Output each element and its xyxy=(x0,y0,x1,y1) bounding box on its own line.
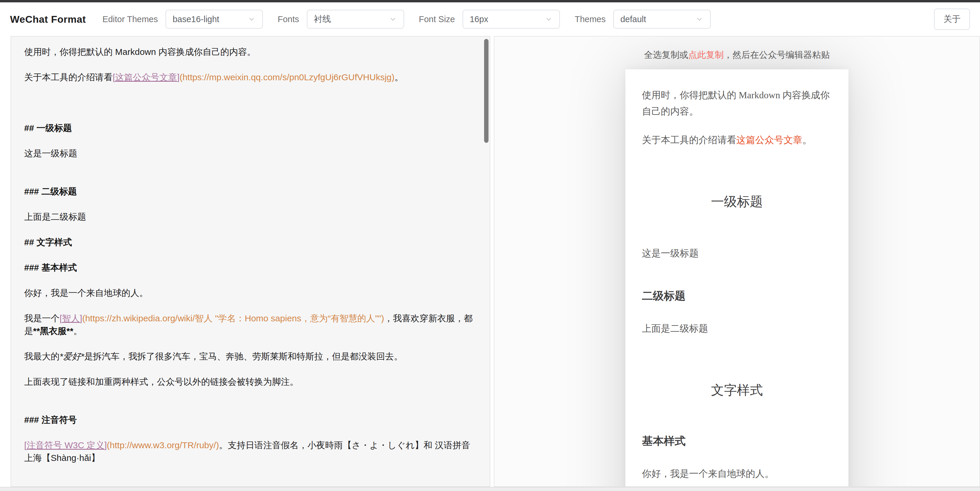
preview-text-segment: 关于本工具的介绍请看 xyxy=(642,135,736,145)
editor-text-segment: ， xyxy=(384,313,393,323)
editor-line xyxy=(24,96,477,109)
preview-paragraph: 这是一级标题 xyxy=(642,245,832,261)
editor-text-segment: ] xyxy=(105,440,107,450)
editor-text-segment: 使用时，你得把默认的 Markdown 内容换成你自己的内容。 xyxy=(24,47,256,57)
editor-text-segment: ## 文字样式 xyxy=(24,237,72,247)
editor-line xyxy=(24,159,477,172)
editor-line: 这是一级标题 xyxy=(24,147,477,159)
preview-pane: 全选复制或点此复制，然后在公众号编辑器粘贴 使用时，你得把默认的 Markdow… xyxy=(494,36,980,487)
editor-text-segment: *爱好* xyxy=(60,351,84,361)
preview-text-segment: 文字样式 xyxy=(711,383,763,397)
preview-card: 使用时，你得把默认的 Markdown 内容换成你自己的内容。关于本工具的介绍请… xyxy=(625,69,848,487)
editor-line xyxy=(24,249,477,261)
editor-text-segment: 关于本工具的介绍请看 xyxy=(24,72,113,82)
editor-line: ### 二级标题 xyxy=(24,185,477,198)
preview-text-segment: 上面是二级标题 xyxy=(642,323,708,334)
font-size-select[interactable]: 16px xyxy=(463,10,560,29)
preview-text-segment: 一级标题 xyxy=(711,194,763,209)
editor-line: ## 一级标题 xyxy=(24,121,477,134)
preview-paragraph: 上面是二级标题 xyxy=(642,320,832,337)
preview-paragraph: 使用时，你得把默认的 Markdown 内容换成你自己的内容。 xyxy=(642,87,832,120)
editor-link-text: 注音符号 W3C 定义 xyxy=(27,440,104,450)
editor-text-segment: 我最大的 xyxy=(24,351,60,361)
editor-link-text: 智人 xyxy=(62,313,80,323)
editor-line: 使用时，你得把默认的 Markdown 内容换成你自己的内容。 xyxy=(24,45,477,58)
editor-line xyxy=(24,299,477,312)
preview-text-segment: 。 xyxy=(802,135,812,145)
editor-text-segment: (https://mp.weixin.qq.com/s/pn0LzyfgUj6r… xyxy=(180,72,395,82)
editor-line xyxy=(24,426,477,439)
preview-heading: 基本样式 xyxy=(642,434,832,448)
editor-line xyxy=(24,274,477,287)
editor-line xyxy=(24,58,477,71)
editor-line xyxy=(24,83,477,96)
editor-line xyxy=(24,223,477,236)
copy-instructions-prefix: 全选复制或 xyxy=(644,50,688,60)
editor-text-segment: 是拆汽车，我拆了很多汽车，宝马、奔驰、劳斯莱斯和特斯拉，但是都没装回去。 xyxy=(84,351,402,361)
preview-link[interactable]: 这篇公众号文章 xyxy=(736,135,802,145)
preview-text-segment: 使用时，你得把默认的 Markdown 内容换成你自己的内容。 xyxy=(642,90,830,116)
editor-themes-label: Editor Themes xyxy=(102,14,158,24)
editor-line: 我最大的*爱好*是拆汽车，我拆了很多汽车，宝马、奔驰、劳斯莱斯和特斯拉，但是都没… xyxy=(24,350,477,363)
editor-text-segment: (http://www.w3.org/TR/ruby/) xyxy=(107,440,219,450)
editor-line xyxy=(24,172,477,185)
about-button[interactable]: 关于 xyxy=(934,8,970,30)
editor-text-segment: 。 xyxy=(73,326,82,336)
editor-line: 我是一个[智人](https://zh.wikipedia.org/wiki/智… xyxy=(24,312,477,337)
editor-line xyxy=(24,134,477,147)
theme-value: default xyxy=(620,14,646,24)
copy-instructions-suffix: ，然后在公众号编辑器粘贴 xyxy=(724,50,830,60)
editor-line: ### 注音符号 xyxy=(24,413,477,426)
editor-text-segment: 你好，我是一个来自地球的人。 xyxy=(24,288,148,298)
editor-text-segment: 我是一个 xyxy=(24,313,60,323)
horizontal-scrollbar[interactable] xyxy=(0,487,980,491)
font-value: 衬线 xyxy=(314,13,331,25)
editor-text-segment: ### 注音符号 xyxy=(24,415,77,425)
editor-line: ### 基本样式 xyxy=(24,261,477,274)
font-size-value: 16px xyxy=(469,14,488,24)
themes-label: Themes xyxy=(575,14,606,24)
editor-text-segment: ] xyxy=(177,72,179,82)
window-top-edge xyxy=(0,0,980,2)
toolbar: WeChat Format Editor Themes base16-light… xyxy=(0,2,980,36)
editor-line xyxy=(24,401,477,413)
font-select[interactable]: 衬线 xyxy=(307,10,404,29)
app-title: WeChat Format xyxy=(10,14,86,25)
pane-divider xyxy=(490,36,494,487)
editor-scrollbar-thumb[interactable] xyxy=(484,39,488,143)
preview-text-segment: 这是一级标题 xyxy=(642,248,698,258)
editor-link-text: 这篇公众号文章 xyxy=(115,72,177,82)
editor-theme-value: base16-light xyxy=(173,14,219,24)
theme-select[interactable]: default xyxy=(613,10,711,29)
editor-line: 关于本工具的介绍请看[这篇公众号文章](https://mp.weixin.qq… xyxy=(24,71,477,83)
preview-paragraph: 关于本工具的介绍请看这篇公众号文章。 xyxy=(642,132,832,148)
preview-text-segment: 基本样式 xyxy=(642,435,686,447)
fonts-label: Fonts xyxy=(278,14,299,24)
copy-link[interactable]: 点此复制 xyxy=(688,50,724,60)
editor-text-segment: (https://zh.wikipedia.org/wiki/智人 "学名：Ho… xyxy=(82,313,384,323)
chevron-down-icon xyxy=(695,15,703,23)
markdown-editor[interactable]: 使用时，你得把默认的 Markdown 内容换成你自己的内容。 关于本工具的介绍… xyxy=(11,36,490,487)
chevron-down-icon xyxy=(248,15,256,23)
editor-line: [注音符号 W3C 定义](http://www.w3.org/TR/ruby/… xyxy=(24,439,477,464)
chevron-down-icon xyxy=(544,15,553,23)
editor-theme-select[interactable]: base16-light xyxy=(165,10,263,29)
editor-text-segment: ### 二级标题 xyxy=(24,187,77,196)
preview-heading: 文字样式 xyxy=(642,381,832,399)
preview-heading: 一级标题 xyxy=(642,193,832,210)
editor-text-segment: ] xyxy=(80,313,82,323)
editor-line: 上面表现了链接和加重两种样式，公众号以外的链接会被转换为脚注。 xyxy=(24,375,477,388)
preview-heading: 二级标题 xyxy=(642,289,832,303)
preview-paragraph: 你好，我是一个来自地球的人。 xyxy=(642,465,832,482)
editor-text-segment: **黑衣服** xyxy=(33,326,73,336)
editor-text-segment: 。 xyxy=(395,72,403,82)
editor-line xyxy=(24,388,477,401)
editor-line xyxy=(24,198,477,210)
preview-text-segment: 二级标题 xyxy=(642,290,686,302)
editor-content: 使用时，你得把默认的 Markdown 内容换成你自己的内容。 关于本工具的介绍… xyxy=(24,45,477,464)
editor-text-segment: ### 基本样式 xyxy=(24,263,77,273)
chevron-down-icon xyxy=(389,15,397,23)
editor-line: ## 文字样式 xyxy=(24,236,477,249)
editor-text-segment: 上面表现了链接和加重两种样式，公众号以外的链接会被转换为脚注。 xyxy=(24,377,299,387)
copy-instructions: 全选复制或点此复制，然后在公众号编辑器粘贴 xyxy=(495,49,979,61)
